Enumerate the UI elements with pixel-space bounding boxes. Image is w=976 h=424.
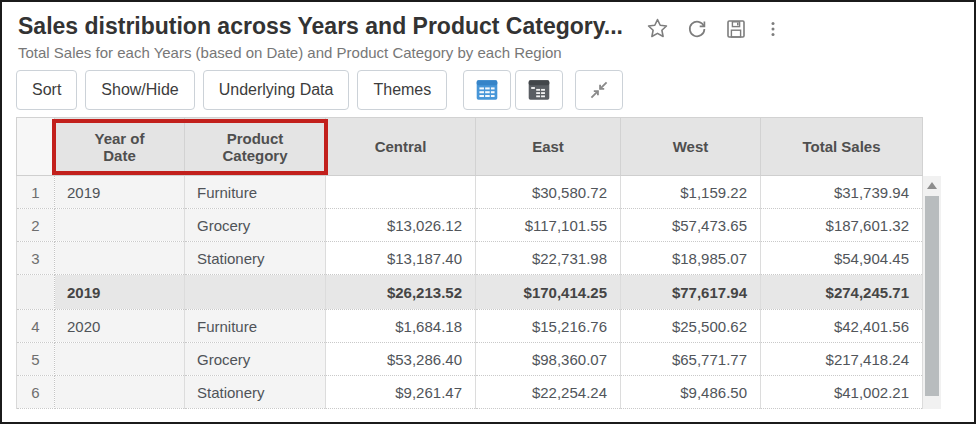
row-number-cell: 3 (17, 242, 55, 275)
row-number-cell: 5 (17, 343, 55, 376)
row-number-cell: 6 (17, 376, 55, 409)
east-cell[interactable]: $15,216.76 (476, 310, 621, 343)
total-cell[interactable]: $217,418.24 (761, 343, 923, 376)
row-number-cell: 2 (17, 209, 55, 242)
pivot-view-icon (526, 77, 552, 103)
east-cell[interactable]: $170,414.25 (476, 275, 621, 310)
year-cell[interactable] (55, 242, 185, 275)
total-cell[interactable]: $41,002.21 (761, 376, 923, 409)
themes-button[interactable]: Themes (357, 70, 447, 110)
west-cell[interactable]: $1,159.22 (621, 176, 761, 209)
category-cell[interactable]: Grocery (185, 209, 326, 242)
page-subtitle: Total Sales for each Years (based on Dat… (18, 44, 623, 61)
central-cell[interactable]: $9,261.47 (326, 376, 476, 409)
report-window: Sales distribution across Years and Prod… (0, 0, 976, 424)
product-category-header[interactable]: Product Category (185, 118, 326, 176)
underlying-data-button[interactable]: Underlying Data (203, 70, 350, 110)
category-cell[interactable]: Furniture (185, 310, 326, 343)
central-cell[interactable]: $13,026.12 (326, 209, 476, 242)
year-cell[interactable] (55, 376, 185, 409)
year-cell[interactable] (55, 343, 185, 376)
west-cell[interactable]: $25,500.62 (621, 310, 761, 343)
table-row: 5Grocery$53,286.40$98,360.07$65,771.77$2… (17, 343, 923, 376)
subtotal-row: 2019$26,213.52$170,414.25$77,617.94$274,… (17, 275, 923, 310)
refresh-icon[interactable] (685, 17, 709, 41)
title-bar: Sales distribution across Years and Prod… (2, 2, 974, 61)
year-of-date-header[interactable]: Year of Date (55, 118, 185, 176)
category-cell[interactable]: Stationery (185, 376, 326, 409)
east-cell[interactable]: $30,580.72 (476, 176, 621, 209)
table-row: 2Grocery$13,026.12$117,101.55$57,473.65$… (17, 209, 923, 242)
save-icon[interactable] (724, 17, 748, 41)
page-title: Sales distribution across Years and Prod… (18, 12, 623, 41)
total-cell[interactable]: $54,904.45 (761, 242, 923, 275)
title-actions (645, 16, 783, 41)
more-options-icon[interactable] (763, 17, 783, 41)
collapse-icon (586, 77, 612, 103)
year-cell[interactable]: 2019 (55, 176, 185, 209)
row-number-cell: 1 (17, 176, 55, 209)
east-cell[interactable]: $98,360.07 (476, 343, 621, 376)
year-cell[interactable] (55, 209, 185, 242)
header-row: Year of Date Product Category Central Ea… (17, 118, 923, 176)
category-cell[interactable]: Grocery (185, 343, 326, 376)
show-hide-button[interactable]: Show/Hide (85, 70, 194, 110)
year-cell[interactable]: 2019 (55, 275, 185, 310)
table-body: 12019Furniture$30,580.72$1,159.22$31,739… (17, 176, 923, 409)
row-number-header (17, 118, 55, 176)
central-cell[interactable]: $53,286.40 (326, 343, 476, 376)
central-cell[interactable]: $1,684.18 (326, 310, 476, 343)
year-cell[interactable]: 2020 (55, 310, 185, 343)
east-cell[interactable]: $22,731.98 (476, 242, 621, 275)
category-cell[interactable]: Stationery (185, 242, 326, 275)
east-header[interactable]: East (476, 118, 621, 176)
scroll-up-button[interactable] (923, 176, 941, 194)
central-cell[interactable]: $13,187.40 (326, 242, 476, 275)
east-cell[interactable]: $117,101.55 (476, 209, 621, 242)
west-cell[interactable]: $65,771.77 (621, 343, 761, 376)
table-view-icon (474, 77, 500, 103)
toolbar: Sort Show/Hide Underlying Data Themes (16, 70, 960, 110)
vertical-scrollbar[interactable] (923, 176, 941, 409)
scrollbar-thumb[interactable] (925, 196, 939, 396)
total-cell[interactable]: $274,245.71 (761, 275, 923, 310)
west-cell[interactable]: $57,473.65 (621, 209, 761, 242)
sort-button[interactable]: Sort (16, 70, 77, 110)
table-area: Year of Date Product Category Central Ea… (16, 117, 942, 409)
collapse-button[interactable] (575, 70, 623, 110)
row-number-cell (17, 275, 55, 310)
pivot-view-button[interactable] (515, 70, 563, 110)
west-cell[interactable]: $18,985.07 (621, 242, 761, 275)
favorite-star-icon[interactable] (645, 16, 670, 41)
central-cell[interactable] (326, 176, 476, 209)
category-cell[interactable]: Furniture (185, 176, 326, 209)
table-row: 12019Furniture$30,580.72$1,159.22$31,739… (17, 176, 923, 209)
table-row: 6Stationery$9,261.47$22,254.24$9,486.50$… (17, 376, 923, 409)
total-sales-header[interactable]: Total Sales (761, 118, 923, 176)
table-row: 42020Furniture$1,684.18$15,216.76$25,500… (17, 310, 923, 343)
row-number-cell: 4 (17, 310, 55, 343)
west-cell[interactable]: $9,486.50 (621, 376, 761, 409)
total-cell[interactable]: $42,401.56 (761, 310, 923, 343)
scroll-up-arrow-icon (927, 182, 937, 189)
table-row: 3Stationery$13,187.40$22,731.98$18,985.0… (17, 242, 923, 275)
west-cell[interactable]: $77,617.94 (621, 275, 761, 310)
total-cell[interactable]: $187,601.32 (761, 209, 923, 242)
category-cell[interactable] (185, 275, 326, 310)
central-header[interactable]: Central (326, 118, 476, 176)
west-header[interactable]: West (621, 118, 761, 176)
total-cell[interactable]: $31,739.94 (761, 176, 923, 209)
pivot-table: Year of Date Product Category Central Ea… (16, 117, 923, 409)
table-view-button[interactable] (463, 70, 511, 110)
east-cell[interactable]: $22,254.24 (476, 376, 621, 409)
central-cell[interactable]: $26,213.52 (326, 275, 476, 310)
